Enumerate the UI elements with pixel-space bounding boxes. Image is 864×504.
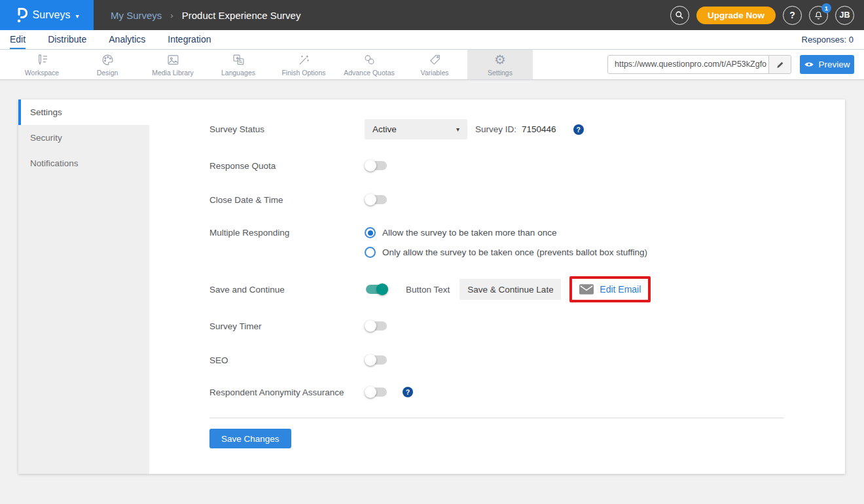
form-divider xyxy=(209,418,784,418)
sidebar-item-notifications[interactable]: Notifications xyxy=(18,151,149,176)
settings-card: Settings Security Notifications Survey S… xyxy=(18,99,845,474)
search-icon xyxy=(674,10,685,20)
workspace-icon xyxy=(35,53,49,67)
search-button[interactable] xyxy=(670,6,689,25)
settings-form: Survey Status Active ▾ Survey ID: 715044… xyxy=(149,99,845,474)
tab-analytics[interactable]: Analytics xyxy=(109,30,145,49)
edit-toolbar: Workspace Design Media Library xyxy=(0,50,864,80)
toolbar-item-settings[interactable]: ⚙ Settings xyxy=(467,50,533,79)
header-actions: Upgrade Now ? 1 JB xyxy=(670,6,864,25)
top-header: Surveys ▾ My Surveys › Product Experienc… xyxy=(0,0,864,30)
notification-count-badge: 1 xyxy=(821,3,831,13)
respondent-anonymity-row: Respondent Anonymity Assurance ? xyxy=(209,386,845,399)
tab-distribute[interactable]: Distribute xyxy=(48,30,86,49)
envelope-icon xyxy=(579,284,594,295)
seo-row: SEO xyxy=(209,353,845,367)
help-button[interactable]: ? xyxy=(783,6,802,25)
button-text-input[interactable] xyxy=(459,279,561,300)
question-mark-icon: ? xyxy=(789,10,795,20)
upgrade-now-button[interactable]: Upgrade Now xyxy=(696,7,776,24)
bell-icon xyxy=(814,10,823,20)
multiple-responding-label: Multiple Responding xyxy=(209,227,365,239)
eye-icon xyxy=(804,61,814,68)
avatar-initials: JB xyxy=(840,10,850,20)
anonymity-help-icon[interactable]: ? xyxy=(403,387,413,397)
translate-icon: ★ A xyxy=(232,53,245,67)
edit-email-link[interactable]: Edit Email xyxy=(600,284,641,295)
radio-selected-icon xyxy=(365,227,376,238)
image-icon xyxy=(166,53,180,67)
edit-email-highlight-box: Edit Email xyxy=(569,276,651,302)
survey-url-field[interactable]: https://www.questionpro.com/t/AP53kZgfo xyxy=(607,55,791,74)
survey-nav: Edit Distribute Analytics Integration Re… xyxy=(0,30,864,50)
tab-edit[interactable]: Edit xyxy=(10,30,26,49)
close-date-row: Close Date & Time xyxy=(209,193,845,206)
seo-label: SEO xyxy=(209,355,365,365)
chevron-down-icon: ▾ xyxy=(75,12,79,20)
survey-timer-row: Survey Timer xyxy=(209,319,845,333)
preview-button[interactable]: Preview xyxy=(800,55,854,74)
close-date-toggle[interactable] xyxy=(365,193,388,206)
breadcrumb-my-surveys[interactable]: My Surveys xyxy=(111,10,162,21)
toolbar-item-advance-quotas[interactable]: Advance Quotas xyxy=(336,50,402,79)
tag-icon xyxy=(428,53,442,67)
survey-id-label: Survey ID: xyxy=(475,124,516,134)
gear-icon: ⚙ xyxy=(494,53,506,67)
survey-id-help-icon[interactable]: ? xyxy=(573,124,584,135)
save-and-continue-row: Save and Continue Button Text Edit Email xyxy=(209,276,845,302)
chain-links-icon xyxy=(363,53,376,67)
toolbar-right: https://www.questionpro.com/t/AP53kZgfo xyxy=(607,50,864,79)
survey-status-value: Active xyxy=(372,124,397,134)
multiple-responding-row: Multiple Responding Allow the survey to … xyxy=(209,227,845,258)
respondent-anonymity-toggle[interactable] xyxy=(365,386,388,399)
survey-status-dropdown[interactable]: Active ▾ xyxy=(365,119,467,139)
save-and-continue-toggle[interactable] xyxy=(365,283,388,296)
responses-count: Responses: 0 xyxy=(802,35,864,45)
magic-wand-icon xyxy=(297,53,311,67)
survey-timer-toggle[interactable] xyxy=(365,319,388,333)
app-root: Surveys ▾ My Surveys › Product Experienc… xyxy=(0,0,864,474)
radio-unselected-icon xyxy=(365,247,376,258)
save-changes-button[interactable]: Save Changes xyxy=(209,429,291,448)
settings-sidebar: Settings Security Notifications xyxy=(18,99,149,474)
survey-url-text: https://www.questionpro.com/t/AP53kZgfo xyxy=(608,56,768,73)
survey-timer-label: Survey Timer xyxy=(209,321,365,331)
response-quota-row: Response Quota xyxy=(209,159,845,172)
response-quota-toggle[interactable] xyxy=(365,159,388,172)
survey-status-label: Survey Status xyxy=(209,124,365,134)
chevron-down-icon: ▾ xyxy=(456,126,459,133)
app-switcher-surveys[interactable]: Surveys ▾ xyxy=(0,0,94,30)
close-date-label: Close Date & Time xyxy=(209,195,365,205)
svg-text:A: A xyxy=(239,59,242,64)
pencil-icon xyxy=(776,60,785,69)
product-label: Surveys xyxy=(33,9,71,21)
toolbar-item-finish-options[interactable]: Finish Options xyxy=(271,50,336,79)
sidebar-item-security[interactable]: Security xyxy=(18,125,149,151)
toolbar-item-variables[interactable]: Variables xyxy=(402,50,467,79)
multiple-responding-options: Allow the survey to be taken more than o… xyxy=(365,227,647,258)
survey-id-value: 7150446 xyxy=(522,124,556,134)
toolbar-item-workspace[interactable]: Workspace xyxy=(9,50,75,79)
radio-only-once[interactable]: Only allow the survey to be taken once (… xyxy=(365,247,647,258)
toolbar-item-languages[interactable]: ★ A Languages xyxy=(206,50,271,79)
tab-integration[interactable]: Integration xyxy=(168,30,211,49)
survey-status-row: Survey Status Active ▾ Survey ID: 715044… xyxy=(209,119,845,139)
button-text-label: Button Text xyxy=(406,285,450,295)
edit-url-button[interactable] xyxy=(768,56,791,73)
radio-allow-multiple[interactable]: Allow the survey to be taken more than o… xyxy=(365,227,647,238)
toolbar-item-media-library[interactable]: Media Library xyxy=(140,50,206,79)
sidebar-item-settings[interactable]: Settings xyxy=(18,99,149,125)
toolbar-item-design[interactable]: Design xyxy=(75,50,140,79)
breadcrumb-current-survey: Product Experience Survey xyxy=(182,10,301,21)
save-and-continue-label: Save and Continue xyxy=(209,285,365,295)
palette-icon xyxy=(101,53,115,67)
response-quota-label: Response Quota xyxy=(209,161,365,171)
notifications-button[interactable]: 1 xyxy=(809,6,828,25)
breadcrumb-separator-icon: › xyxy=(170,10,173,20)
questionpro-logo-icon xyxy=(15,7,27,23)
seo-toggle[interactable] xyxy=(365,353,388,367)
breadcrumb: My Surveys › Product Experience Survey xyxy=(111,10,300,21)
respondent-anonymity-label: Respondent Anonymity Assurance xyxy=(209,387,365,397)
user-avatar[interactable]: JB xyxy=(835,6,854,25)
